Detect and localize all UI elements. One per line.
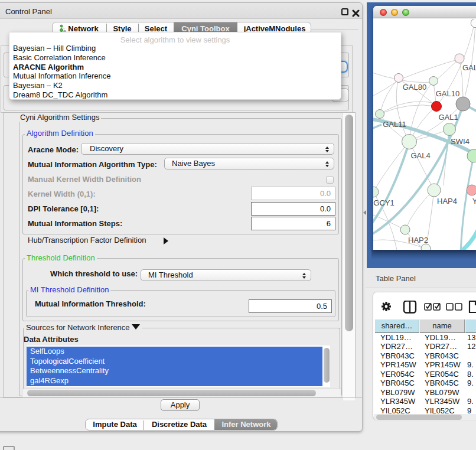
svg-text:GAL80: GAL80 (403, 83, 426, 92)
svg-text:GAL1: GAL1 (438, 113, 458, 122)
svg-text:GCY1: GCY1 (373, 198, 394, 207)
svg-text:GAL10: GAL10 (436, 89, 459, 98)
svg-text:SWI4: SWI4 (451, 137, 470, 146)
svg-text:HAP2: HAP2 (408, 236, 428, 244)
svg-text:HAP4: HAP4 (437, 197, 457, 206)
svg-text:Y: Y (472, 197, 476, 206)
svg-text:GAL: GAL (462, 63, 476, 72)
svg-text:GAL11: GAL11 (383, 120, 406, 129)
svg-text:GAL4: GAL4 (410, 151, 430, 160)
